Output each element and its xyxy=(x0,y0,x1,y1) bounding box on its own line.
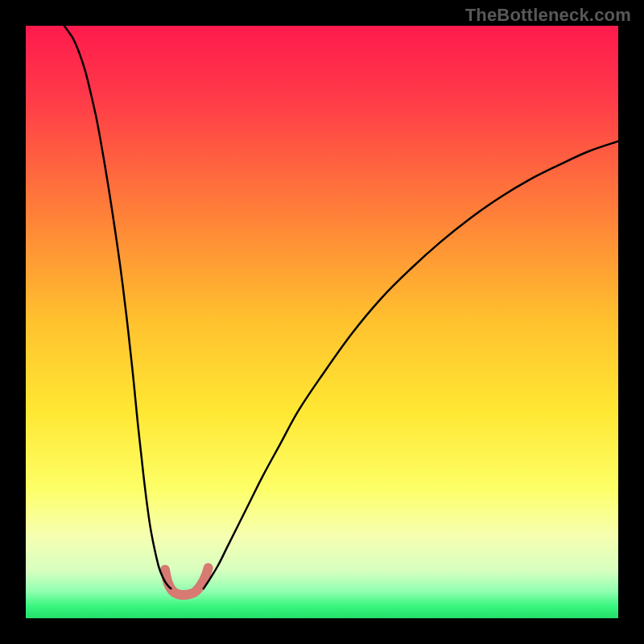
watermark-text: TheBottleneck.com xyxy=(465,5,631,26)
gradient-background xyxy=(26,26,618,618)
chart-frame: TheBottleneck.com xyxy=(0,0,644,644)
chart-svg xyxy=(26,26,618,618)
plot-area xyxy=(26,26,618,618)
